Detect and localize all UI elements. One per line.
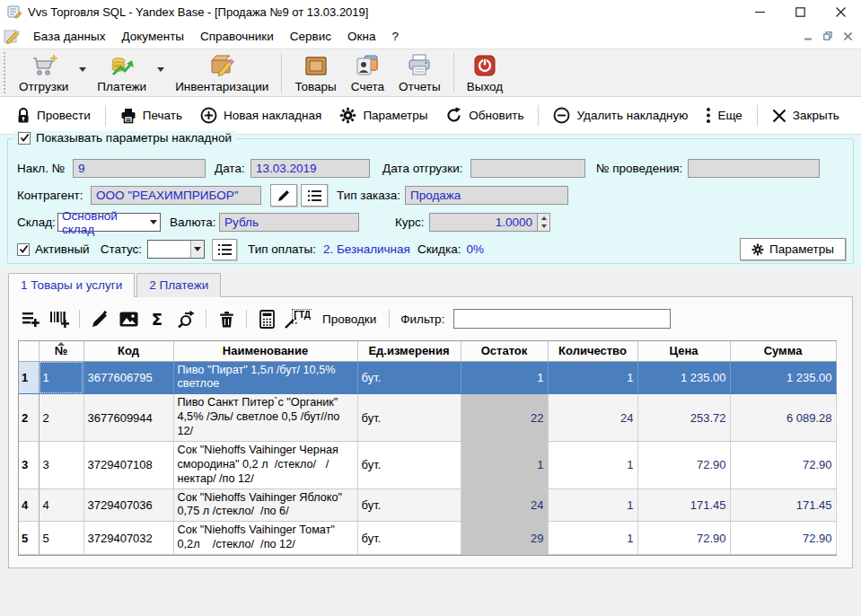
menu-references[interactable]: Справочники xyxy=(192,26,282,47)
add-row-button[interactable] xyxy=(18,307,43,330)
cell-unit[interactable]: бут. xyxy=(357,488,461,522)
close-document-button[interactable]: Закрыть xyxy=(763,103,848,128)
currency-field[interactable]: Рубль xyxy=(219,213,359,232)
sum-button[interactable]: Σ xyxy=(145,307,170,330)
cell-price[interactable]: 253.72 xyxy=(637,394,730,442)
invoice-number-field[interactable]: 9 xyxy=(73,159,206,178)
cell-qty[interactable]: 1 xyxy=(548,441,637,488)
cell-unit[interactable]: бут. xyxy=(357,361,461,394)
rate-field[interactable]: 1.0000 xyxy=(429,213,538,232)
row-gutter[interactable]: 4 xyxy=(19,488,39,522)
delete-invoice-button[interactable]: Удалить накладную xyxy=(544,101,697,129)
cell-num[interactable]: 3 xyxy=(39,441,83,488)
cell-num[interactable]: 5 xyxy=(39,522,83,555)
cell-unit[interactable]: бут. xyxy=(357,441,461,488)
column-header-sum[interactable]: Сумма xyxy=(730,341,836,361)
table-row[interactable]: 443729407036Сок "Niehoffs Vaihinger Ябло… xyxy=(19,488,836,522)
cell-qty[interactable]: 24 xyxy=(548,394,637,442)
cell-sum[interactable]: 6 089.28 xyxy=(730,394,836,442)
delete-row-button[interactable] xyxy=(214,307,239,330)
cell-price[interactable]: 72.90 xyxy=(637,441,730,488)
chevron-down-icon[interactable] xyxy=(146,214,160,231)
toolbar-reports-button[interactable]: Отчеты xyxy=(391,49,448,96)
cell-qty[interactable]: 1 xyxy=(548,361,637,394)
cell-stock[interactable]: 1 xyxy=(461,441,548,488)
extra-parameters-button[interactable]: Параметры xyxy=(740,238,846,260)
more-button[interactable]: Еще xyxy=(697,101,751,129)
toolbar-inventories-button[interactable]: Инвентаризации xyxy=(168,49,276,96)
tab-goods-services[interactable]: 1 Товары и услуги xyxy=(8,273,135,297)
column-header-name[interactable]: Наименование xyxy=(173,341,357,361)
postings-button[interactable]: Проводки xyxy=(317,312,382,326)
column-header-num[interactable]: № xyxy=(39,341,83,361)
new-invoice-button[interactable]: Новая накладная xyxy=(191,101,330,129)
table-row[interactable]: 223677609944Пиво Санкт Питер`с "Органик"… xyxy=(19,394,836,442)
toolbar-shipments-button[interactable]: Отгрузки xyxy=(12,49,75,96)
posting-number-field[interactable] xyxy=(688,159,820,178)
row-gutter[interactable]: 3 xyxy=(19,441,39,488)
cell-sum[interactable]: 72.90 xyxy=(730,441,836,488)
column-header-stock[interactable]: Остаток xyxy=(461,341,548,361)
minimize-button[interactable] xyxy=(740,0,780,23)
cell-qty[interactable]: 1 xyxy=(548,522,637,555)
edit-contractor-button[interactable] xyxy=(270,184,297,207)
search-replace-button[interactable] xyxy=(173,307,198,330)
payments-dropdown-arrow[interactable] xyxy=(154,49,168,96)
cell-qty[interactable]: 1 xyxy=(548,488,637,522)
warehouse-select[interactable]: Основной склад xyxy=(57,213,161,232)
tab-payments[interactable]: 2 Платежи xyxy=(136,273,221,297)
mdi-close-button[interactable] xyxy=(838,28,857,44)
cell-stock[interactable]: 29 xyxy=(461,522,548,555)
rate-spinner[interactable] xyxy=(538,213,550,232)
cell-code[interactable]: 3729407036 xyxy=(83,488,173,522)
edit-row-button[interactable] xyxy=(87,307,112,330)
cell-stock[interactable]: 22 xyxy=(461,394,548,442)
cell-num[interactable]: 4 xyxy=(39,488,83,522)
cell-code[interactable]: 3729407108 xyxy=(83,441,173,488)
cell-name[interactable]: Пиво Санкт Питер`с "Органик" 4,5% /Эль/ … xyxy=(173,394,357,442)
row-gutter[interactable]: 1 xyxy=(19,361,39,394)
cell-num[interactable]: 1 xyxy=(39,361,83,394)
table-row[interactable]: 333729407108Сок "Niehoffs Vaihinger Черн… xyxy=(19,441,836,488)
cell-price[interactable]: 1 235.00 xyxy=(637,361,730,394)
cell-price[interactable]: 171.45 xyxy=(637,488,730,522)
post-document-button[interactable]: Провести xyxy=(7,101,100,129)
cell-sum[interactable]: 1 235.00 xyxy=(730,361,836,394)
toolbar-payments-button[interactable]: Платежи xyxy=(90,49,154,96)
menu-help[interactable]: ? xyxy=(383,26,407,47)
cell-name[interactable]: Сок "Niehoffs Vaihinger Томат" 0,2л /сте… xyxy=(173,522,357,555)
row-gutter[interactable]: 2 xyxy=(19,394,39,442)
cell-name[interactable]: Пиво "Пират" 1,5л /бут/ 10,5% светлое xyxy=(173,361,357,394)
parameters-button[interactable]: Параметры xyxy=(330,101,436,129)
chevron-down-icon[interactable] xyxy=(190,241,204,258)
ship-date-field[interactable] xyxy=(470,159,585,178)
active-checkbox[interactable] xyxy=(17,243,30,256)
cell-name[interactable]: Сок "Niehoffs Vaihinger Черная смородина… xyxy=(173,441,357,488)
cell-code[interactable]: 3729407032 xyxy=(83,522,173,555)
cell-sum[interactable]: 72.90 xyxy=(730,522,836,555)
toolbar-exit-button[interactable]: Выход xyxy=(460,49,510,96)
refresh-button[interactable]: Обновить xyxy=(436,101,532,129)
cell-stock[interactable]: 1 xyxy=(461,361,548,394)
add-by-barcode-button[interactable] xyxy=(47,307,72,330)
menu-database[interactable]: База данных xyxy=(25,26,113,47)
column-header-price[interactable]: Цена xyxy=(637,341,730,361)
toolbar-accounts-button[interactable]: Счета xyxy=(344,49,391,96)
cell-code[interactable]: 3677609944 xyxy=(83,394,173,442)
filter-input[interactable] xyxy=(453,309,671,329)
order-type-field[interactable]: Продажа xyxy=(405,186,568,205)
gtd-button[interactable]: ГТД xyxy=(283,307,313,330)
menu-service[interactable]: Сервис xyxy=(282,26,339,47)
cell-num[interactable]: 2 xyxy=(39,394,83,442)
menu-documents[interactable]: Документы xyxy=(113,26,192,47)
select-status-button[interactable] xyxy=(212,239,237,260)
column-header-unit[interactable]: Ед.измерения xyxy=(357,341,461,361)
cell-unit[interactable]: бут. xyxy=(357,522,461,555)
contractor-field[interactable]: ООО "РЕАХИМПРИБОР" xyxy=(91,186,261,205)
cell-unit[interactable]: бут. xyxy=(357,394,461,442)
calculator-button[interactable] xyxy=(254,307,279,330)
shipments-dropdown-arrow[interactable] xyxy=(75,49,90,96)
column-header-qty[interactable]: Количество xyxy=(548,341,637,361)
table-row[interactable]: 553729407032Сок "Niehoffs Vaihinger Тома… xyxy=(19,522,836,555)
cell-price[interactable]: 72.90 xyxy=(637,522,730,555)
